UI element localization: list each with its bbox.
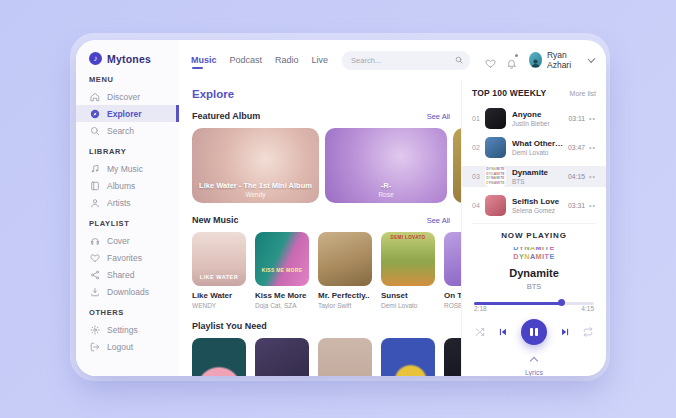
sidebar-section-library: LIBRARY — [76, 147, 179, 156]
music-note-icon: ♪ — [89, 52, 102, 65]
lyrics-toggle[interactable]: Lyrics — [472, 350, 596, 376]
playlist-you-need-heading: Playlist You Need — [192, 321, 267, 331]
share-icon — [89, 269, 100, 280]
compass-icon — [89, 108, 100, 119]
track-duration: 04:15 — [568, 173, 585, 180]
shuffle-icon[interactable] — [475, 327, 485, 337]
person-icon — [89, 197, 100, 208]
new-music-see-all-link[interactable]: See All — [427, 216, 450, 225]
album-art: LIKE WATER — [192, 232, 246, 286]
album-title: Sunset — [381, 291, 435, 300]
sidebar-item-label: My Music — [107, 164, 143, 174]
sidebar-item-cover[interactable]: Cover — [76, 232, 179, 249]
featured-album-heading: Featured Album — [192, 111, 260, 121]
user-menu[interactable]: Ryan Azhari — [529, 50, 594, 70]
playlist-tile[interactable] — [255, 338, 309, 376]
chart-row[interactable]: 04 Selfish Love Selena Gomez 03:31 •• — [472, 195, 596, 216]
more-options-icon[interactable]: •• — [589, 173, 596, 180]
chart-row-active[interactable]: 03 DYNAMITEDYNAMITEDYNAMITEDYNAMITE Dyna… — [462, 166, 606, 187]
sidebar-item-logout[interactable]: Logout — [76, 338, 179, 355]
gear-icon — [89, 324, 100, 335]
track-title: Anyone — [512, 110, 566, 119]
sidebar-item-albums[interactable]: Albums — [76, 177, 179, 194]
album-art-text: LIKE WATER — [192, 274, 246, 280]
notification-bell-icon[interactable] — [506, 55, 517, 66]
sidebar-item-label: Discover — [107, 92, 140, 102]
more-options-icon[interactable]: •• — [589, 202, 596, 209]
pause-button[interactable] — [521, 319, 547, 345]
top100-heading: TOP 100 WEEKLY — [472, 88, 546, 98]
sidebar-item-downloads[interactable]: Downloads — [76, 283, 179, 300]
tab-live[interactable]: Live — [312, 55, 329, 65]
sidebar-item-explorer[interactable]: Explorer — [76, 105, 179, 122]
new-music-row: LIKE WATER Like Water WENDY KISS ME MORE… — [192, 232, 461, 309]
rank: 01 — [472, 115, 483, 122]
chart-row[interactable]: 02 What Other Pe... Demi Lovato 03:47 •• — [472, 137, 596, 158]
album-art: KISS ME MORE — [255, 232, 309, 286]
sidebar-item-label: Search — [107, 126, 134, 136]
sidebar-item-label: Favorites — [107, 253, 142, 263]
featured-card[interactable] — [453, 128, 461, 203]
headphones-icon — [89, 235, 100, 246]
featured-card[interactable]: Like Water - The 1st Mini Album Wendy — [192, 128, 319, 203]
dynamite-mini-art: DYNAMITEDYNAMITEDYNAMITEDYNAMITE — [485, 166, 506, 187]
track-title: Selfish Love — [512, 197, 565, 206]
right-panel: TOP 100 WEEKLY More list 01 Anyone Justi… — [461, 80, 606, 376]
search-input[interactable] — [349, 55, 450, 66]
elapsed-time: 2:18 — [474, 305, 487, 312]
featured-album-row: Like Water - The 1st Mini Album Wendy -R… — [192, 128, 461, 203]
search-bar[interactable] — [342, 51, 470, 70]
playlist-tile[interactable] — [192, 338, 246, 376]
player-controls — [472, 319, 596, 345]
album-title: Mr. Perfectly.. — [318, 291, 372, 300]
logout-icon — [89, 341, 100, 352]
track-art — [485, 137, 506, 158]
sidebar-section-playlist: PLAYLIST — [76, 219, 179, 228]
app-window: ♪ Mytones MENU Discover Explorer Search … — [76, 40, 606, 376]
progress-knob[interactable] — [558, 299, 565, 306]
tab-podcast[interactable]: Podcast — [230, 55, 263, 65]
playlist-tile[interactable] — [381, 338, 435, 376]
album-tile[interactable]: DEMI LOVATO Sunset Demi Lovato — [381, 232, 435, 309]
album-tile[interactable]: LIKE WATER Like Water WENDY — [192, 232, 246, 309]
download-icon — [89, 286, 100, 297]
sidebar-item-favorites[interactable]: Favorites — [76, 249, 179, 266]
sidebar-item-label: Logout — [107, 342, 133, 352]
more-options-icon[interactable]: •• — [589, 115, 596, 122]
app-title: Mytones — [107, 53, 151, 65]
sidebar-item-my-music[interactable]: My Music — [76, 160, 179, 177]
album-tile[interactable]: On Th ROSE — [444, 232, 461, 309]
heart-icon — [89, 252, 100, 263]
sidebar-item-discover[interactable]: Discover — [76, 88, 179, 105]
sidebar-item-search[interactable]: Search — [76, 122, 179, 139]
more-options-icon[interactable]: •• — [589, 144, 596, 151]
sidebar-item-label: Cover — [107, 236, 130, 246]
favorites-heart-icon[interactable] — [485, 55, 496, 66]
sidebar-item-shared[interactable]: Shared — [76, 266, 179, 283]
album-tile[interactable]: Mr. Perfectly.. Taylor Swift — [318, 232, 372, 309]
sidebar-item-artists[interactable]: Artists — [76, 194, 179, 211]
repeat-icon[interactable] — [583, 327, 593, 337]
tab-radio[interactable]: Radio — [275, 55, 299, 65]
next-track-icon[interactable] — [560, 327, 570, 337]
track-duration: 03:47 — [568, 144, 585, 151]
tab-music[interactable]: Music — [191, 55, 217, 65]
playlist-tile[interactable] — [444, 338, 461, 376]
previous-track-icon[interactable] — [498, 327, 508, 337]
featured-see-all-link[interactable]: See All — [427, 112, 450, 121]
featured-card[interactable]: -R- Rose — [325, 128, 447, 203]
playlist-tile[interactable] — [318, 338, 372, 376]
album-tile[interactable]: KISS ME MORE Kiss Me More Doja Cat, SZA — [255, 232, 309, 309]
sidebar-item-settings[interactable]: Settings — [76, 321, 179, 338]
album-art-text: KISS ME MORE — [255, 267, 309, 273]
track-artist: Demi Lovato — [512, 149, 565, 156]
sidebar-item-label: Albums — [107, 181, 135, 191]
nav-tabs: Music Podcast Radio Live — [191, 55, 328, 65]
now-playing-artist: BTS — [472, 282, 596, 291]
chevron-up-icon — [530, 357, 538, 365]
divider — [472, 223, 596, 224]
chart-row[interactable]: 01 Anyone Justin Bieber 03:11 •• — [472, 108, 596, 129]
progress-bar[interactable] — [474, 300, 594, 302]
track-artist: Justin Bieber — [512, 120, 566, 127]
more-list-link[interactable]: More list — [570, 90, 596, 97]
